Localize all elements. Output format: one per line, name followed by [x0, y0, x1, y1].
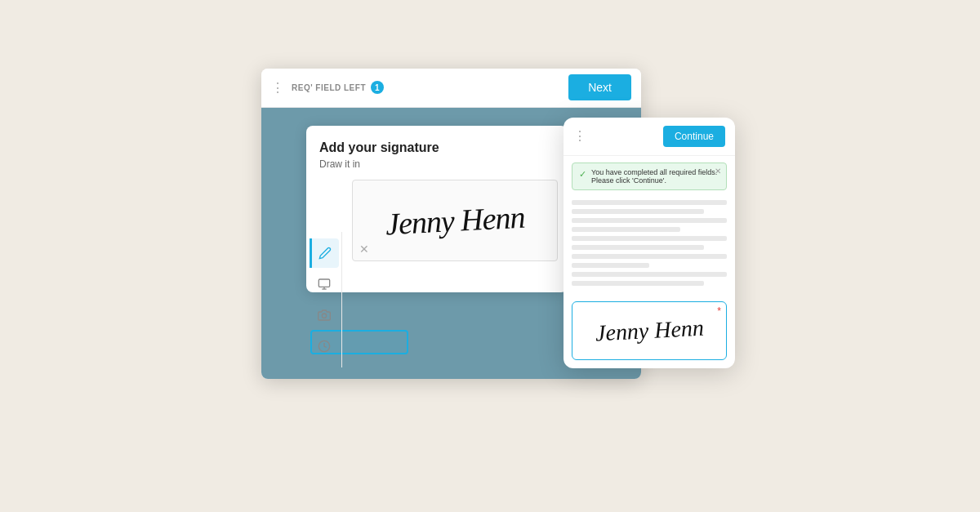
front-sig-box[interactable]: * Jenny Henn: [572, 301, 727, 360]
front-sig-asterisk: *: [717, 305, 721, 317]
req-badge: 1: [371, 81, 384, 94]
doc-line-5: [572, 236, 727, 241]
scene: ⋮ REQ' FIELD LEFT 1 Next Add your signat…: [261, 69, 719, 444]
front-card: ⋮ Continue ✓ You have completed all requ…: [564, 118, 735, 368]
svg-rect-0: [318, 279, 329, 287]
sig-canvas-clear-icon[interactable]: ✕: [359, 243, 369, 256]
req-label: REQ' FIELD LEFT 1: [292, 81, 384, 94]
notif-check-icon: ✓: [579, 169, 586, 180]
signature-preview: Jenny Henn: [385, 198, 525, 242]
notif-line2: Please click 'Continue'.: [591, 176, 717, 185]
signature-modal: Add your signature Draw it in: [306, 126, 568, 292]
sig-tab-history[interactable]: [310, 332, 339, 361]
doc-line-7: [572, 254, 727, 259]
doc-line-4: [572, 227, 680, 232]
doc-line-3: [572, 218, 727, 223]
doc-line-10: [572, 281, 704, 286]
notification-text: You have completed all required fields. …: [591, 168, 717, 185]
doc-line-1: [572, 200, 727, 205]
sig-modal-subtitle: Draw it in: [319, 158, 555, 170]
continue-button[interactable]: Continue: [663, 126, 725, 147]
doc-line-6: [572, 245, 704, 250]
menu-dots-icon[interactable]: ⋮: [271, 80, 285, 96]
notification-bar: ✓ You have completed all required fields…: [572, 163, 727, 190]
sig-modal-header: Add your signature Draw it in: [306, 126, 568, 173]
sig-tabs: [306, 232, 342, 367]
doc-line-8: [572, 263, 649, 268]
doc-line-2: [572, 209, 704, 214]
doc-line-9: [572, 272, 727, 277]
back-card-header: ⋮ REQ' FIELD LEFT 1 Next: [261, 69, 641, 108]
next-button[interactable]: Next: [568, 74, 631, 100]
front-sig-preview: Jenny Henn: [595, 314, 704, 346]
front-card-dots-icon[interactable]: ⋮: [573, 128, 587, 144]
svg-point-3: [322, 314, 326, 318]
notif-close-icon[interactable]: ✕: [715, 167, 721, 176]
sig-tab-draw[interactable]: [310, 238, 339, 268]
front-card-header: ⋮ Continue: [564, 118, 735, 156]
doc-lines: [564, 197, 735, 293]
sig-modal-title: Add your signature: [319, 140, 555, 155]
sig-content: Jenny Henn ✕: [342, 173, 568, 268]
req-field-text: REQ' FIELD LEFT: [292, 83, 366, 92]
sig-tab-photo[interactable]: [310, 301, 339, 330]
sig-tab-type[interactable]: [310, 269, 339, 299]
notif-line1: You have completed all required fields.: [591, 168, 717, 176]
sig-canvas[interactable]: Jenny Henn ✕: [352, 180, 558, 261]
